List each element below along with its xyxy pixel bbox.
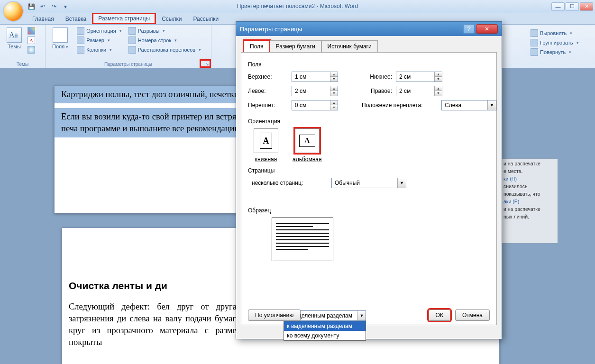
theme-fonts-button[interactable]: A	[27, 36, 36, 45]
apply-to-dropdown-list: к выделенным разделам ко всему документу	[284, 321, 366, 341]
multipage-label: несколько страниц:	[252, 180, 328, 186]
size-button[interactable]: Размер	[76, 36, 122, 45]
gutter-input[interactable]: ▲▼	[292, 100, 338, 110]
office-button[interactable]	[3, 1, 24, 22]
gutter-pos-combo[interactable]: Слева▼	[441, 100, 496, 110]
apply-option-selected-sections[interactable]: к выделенным разделам	[284, 321, 366, 331]
tab-references[interactable]: Ссылки	[156, 14, 187, 24]
page-setup-dialog: Параметры страницы ? ✕ Поля Размер бумаг…	[236, 21, 502, 339]
theme-effects-button[interactable]	[27, 46, 36, 54]
multipage-combo[interactable]: Обычный▼	[331, 178, 406, 188]
minimize-button[interactable]: —	[551, 2, 565, 11]
orientation-button[interactable]: Ориентация	[76, 27, 122, 35]
bottom-margin-input[interactable]: ▲▼	[396, 72, 442, 82]
tab-insert[interactable]: Вставка	[60, 14, 92, 24]
dialog-tab-paper[interactable]: Размер бумаги	[270, 40, 321, 53]
maximize-button[interactable]: ☐	[566, 2, 579, 11]
default-button[interactable]: По умолчанию	[248, 309, 301, 321]
align-button[interactable]: Выровнять	[531, 28, 592, 38]
tab-page-layout[interactable]: Разметка страницы	[92, 13, 156, 24]
line-numbers-button[interactable]: Номера строк	[128, 36, 202, 45]
top-margin-input[interactable]: ▲▼	[292, 72, 338, 82]
orientation-landscape[interactable]: A альбомная	[293, 128, 322, 163]
breaks-button[interactable]: Разрывы	[128, 27, 202, 35]
save-icon[interactable]: 💾	[27, 2, 36, 11]
obscured-sidebar: и на распечатке е места. ки (Н) снизилос…	[501, 158, 558, 244]
qat-customize-icon[interactable]: ▾	[61, 2, 70, 11]
apply-option-whole-document[interactable]: ко всему документу	[284, 331, 366, 340]
dialog-close-button[interactable]: ✕	[476, 24, 498, 34]
margins-button[interactable]: Поля	[49, 27, 71, 54]
dialog-launcher-highlight	[200, 59, 211, 68]
theme-colors-button[interactable]	[27, 27, 36, 35]
dialog-help-button[interactable]: ?	[463, 24, 475, 34]
tab-mailings[interactable]: Рассылки	[187, 14, 224, 24]
dialog-titlebar[interactable]: Параметры страницы ? ✕	[236, 22, 502, 36]
dialog-tab-margins[interactable]: Поля	[244, 40, 270, 53]
gutter-pos-label: Положение переплета:	[362, 102, 438, 109]
ok-button[interactable]: ОК	[429, 309, 450, 321]
titlebar: 💾 ↶ ↷ ▾ Принтер печатает полосами2 - Mic…	[0, 0, 595, 13]
gutter-label: Переплет:	[248, 102, 288, 109]
dialog-body: Поля Верхнее: ▲▼ Левое: ▲▼ Переплет: ▲▼ …	[241, 52, 497, 325]
preview-group-label: Образец	[248, 207, 490, 214]
preview-thumbnail	[272, 218, 333, 261]
cancel-button[interactable]: Отмена	[455, 309, 490, 321]
margins-group-label: Поля	[248, 61, 490, 68]
orientation-group-label: Ориентация	[248, 118, 490, 125]
ribbon-arrange-group: Выровнять Группировать Повернуть	[531, 28, 592, 57]
undo-icon[interactable]: ↶	[38, 2, 47, 11]
quick-access-toolbar: 💾 ↶ ↷ ▾	[27, 0, 70, 13]
close-window-button[interactable]: ✕	[580, 2, 593, 11]
top-margin-label: Верхнее:	[248, 73, 288, 80]
left-margin-input[interactable]: ▲▼	[292, 86, 338, 96]
tab-home[interactable]: Главная	[27, 14, 60, 24]
themes-button[interactable]: Aa Темы	[4, 27, 25, 54]
group-button[interactable]: Группировать	[531, 38, 592, 47]
columns-button[interactable]: Колонки	[76, 46, 122, 54]
dialog-tab-source[interactable]: Источник бумаги	[321, 40, 378, 53]
right-margin-input[interactable]: ▲▼	[396, 86, 442, 96]
right-margin-label: Правое:	[362, 88, 392, 94]
left-margin-label: Левое:	[248, 88, 288, 94]
dialog-title: Параметры страницы	[240, 26, 302, 33]
orientation-portrait[interactable]: A книжная	[254, 128, 278, 163]
bottom-margin-label: Нижнее:	[362, 73, 392, 80]
window-title: Принтер печатает полосами2 - Microsoft W…	[0, 3, 595, 9]
hyphenation-button[interactable]: Расстановка переносов	[128, 46, 202, 54]
rotate-button[interactable]: Повернуть	[531, 47, 592, 57]
redo-icon[interactable]: ↷	[49, 2, 59, 11]
pages-group-label: Страницы	[248, 167, 490, 174]
dialog-tabs: Поля Размер бумаги Источник бумаги	[236, 36, 502, 52]
